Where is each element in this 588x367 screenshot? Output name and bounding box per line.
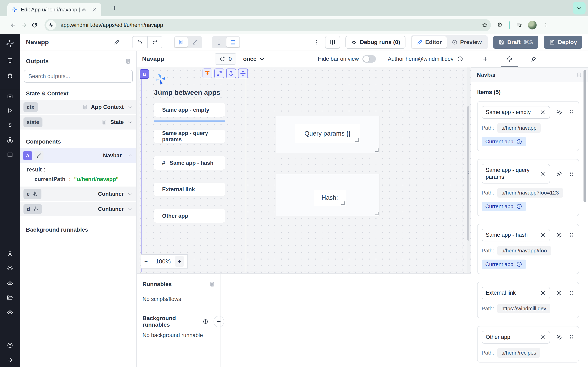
more-menu-kebab-icon[interactable]	[314, 39, 320, 45]
bookmark-star-icon[interactable]	[482, 22, 488, 28]
audit-eye-icon[interactable]	[7, 309, 13, 316]
zoom-in-button[interactable]: +	[175, 256, 184, 267]
new-tab-icon[interactable]	[111, 5, 117, 11]
info-icon[interactable]	[516, 203, 522, 209]
item-name-input[interactable]: Other app	[482, 331, 550, 343]
drag-grip-icon[interactable]	[568, 232, 575, 238]
docs-book-button[interactable]	[325, 36, 340, 49]
item-name-input[interactable]: Same app - query params	[482, 164, 550, 184]
pricing-dollar-icon[interactable]	[7, 122, 13, 128]
undo-button[interactable]	[132, 36, 147, 48]
browser-tab[interactable]: Edit App u/henri/navapp | Win	[7, 3, 101, 16]
drag-grip-icon[interactable]	[568, 109, 575, 115]
component-row-navbar[interactable]: a Navbar	[20, 148, 136, 163]
settings-gear-icon[interactable]	[7, 265, 13, 272]
dock-bottom-icon[interactable]	[203, 68, 212, 78]
forward-icon[interactable]	[21, 22, 27, 28]
styling-brush-tab[interactable]	[530, 51, 536, 67]
debug-runs-button[interactable]: Debug runs (0)	[346, 36, 406, 49]
folders-icon[interactable]	[7, 294, 13, 301]
chrome-chevron-button[interactable]	[573, 2, 586, 15]
full-width-button[interactable]	[189, 37, 201, 47]
schedules-calendar-icon[interactable]	[7, 151, 13, 158]
scrollbar-thumb[interactable]	[584, 70, 586, 202]
item-name-input[interactable]: External link	[482, 287, 550, 299]
windmill-logo-icon[interactable]	[5, 39, 15, 49]
drag-grip-icon[interactable]	[568, 334, 575, 340]
desktop-view-button[interactable]	[226, 37, 240, 47]
add-background-runnable-button[interactable]	[214, 316, 224, 327]
component-row-container[interactable]: d Container	[20, 202, 136, 216]
rename-pencil-icon[interactable]	[114, 39, 120, 45]
drag-grip-icon[interactable]	[568, 171, 575, 177]
item-settings-gear-icon[interactable]	[556, 290, 562, 296]
runnables-doc-icon[interactable]	[209, 281, 215, 287]
editor-tab[interactable]: Editor	[412, 36, 447, 48]
component-settings-tab[interactable]	[506, 51, 512, 67]
url-pill[interactable]: app.windmill.dev/apps/edit/u/henri/navap…	[44, 19, 491, 31]
edit-id-pencil-icon[interactable]	[35, 151, 43, 160]
item-name-input[interactable]: Same app - empty	[482, 106, 550, 119]
site-settings-icon[interactable]	[46, 20, 56, 30]
preview-tab[interactable]: Preview	[447, 36, 487, 48]
navbar-item-card[interactable]: # Other app	[154, 209, 225, 223]
resources-cubes-icon[interactable]	[7, 137, 13, 143]
browser-menu-kebab-icon[interactable]	[543, 22, 549, 28]
insert-component-tab[interactable]	[482, 51, 488, 67]
component-row-container[interactable]: e Container	[20, 187, 136, 201]
item-settings-gear-icon[interactable]	[556, 171, 562, 177]
expand-component-icon[interactable]	[214, 68, 224, 78]
chevron-down-icon[interactable]	[127, 104, 133, 110]
clear-icon[interactable]	[540, 171, 546, 177]
info-icon[interactable]	[203, 318, 208, 325]
navbar-item-card[interactable]: # External link	[154, 183, 225, 196]
info-icon[interactable]	[516, 139, 522, 145]
anchor-icon[interactable]	[226, 68, 236, 78]
hide-bar-toggle[interactable]	[362, 55, 376, 63]
chevron-up-icon[interactable]	[127, 152, 133, 159]
panel-resize-handle[interactable]	[467, 106, 469, 241]
zoom-out-button[interactable]: −	[144, 258, 148, 265]
search-outputs-input[interactable]	[24, 70, 133, 83]
url-text[interactable]: app.windmill.dev/apps/edit/u/henri/navap…	[61, 22, 482, 28]
drag-grip-icon[interactable]	[568, 290, 575, 296]
component-result-tree[interactable]: result: currentPath : "u/henri/navapp"	[20, 163, 136, 187]
media-playlist-icon[interactable]	[516, 22, 522, 28]
navbar-item-card[interactable]: # Same app - empty	[154, 103, 225, 117]
tab-close-icon[interactable]	[91, 7, 97, 13]
clear-icon[interactable]	[540, 334, 546, 340]
component-drag-badge[interactable]: a	[140, 69, 149, 79]
navbar-title-text[interactable]: Jump between apps	[154, 89, 220, 96]
runs-play-icon[interactable]	[7, 107, 13, 114]
deploy-button[interactable]: Deploy	[544, 36, 582, 49]
item-settings-gear-icon[interactable]	[556, 109, 562, 115]
state-context-row[interactable]: ctx App Context	[20, 100, 136, 114]
hash-text[interactable]: Hash:	[314, 190, 346, 206]
reload-icon[interactable]	[31, 22, 38, 28]
path-value-chip[interactable]: u/henri/navapp?foo=123	[497, 188, 563, 198]
workspace-building-icon[interactable]	[7, 58, 13, 64]
expand-rail-arrow-icon[interactable]	[7, 357, 13, 363]
extensions-puzzle-icon[interactable]	[497, 22, 503, 28]
clear-icon[interactable]	[540, 232, 546, 238]
run-mode-select[interactable]: once	[243, 56, 265, 62]
component-doc-icon[interactable]	[576, 72, 582, 78]
chevron-down-icon[interactable]	[127, 119, 133, 125]
app-canvas[interactable]: a Jump between apps # Same app - empty #…	[137, 67, 471, 273]
state-context-row[interactable]: state State	[20, 115, 136, 129]
mobile-view-button[interactable]	[213, 37, 226, 47]
refresh-count-button[interactable]: 0	[215, 53, 236, 65]
navbar-item-card[interactable]: # Same app - hash	[154, 156, 225, 170]
help-icon[interactable]	[7, 342, 13, 349]
chevron-down-icon[interactable]	[127, 191, 133, 197]
navbar-item-card[interactable]: # Same app - query params	[154, 130, 225, 143]
profile-avatar[interactable]	[528, 21, 537, 30]
clear-icon[interactable]	[540, 290, 546, 296]
user-icon[interactable]	[7, 250, 13, 257]
item-settings-gear-icon[interactable]	[556, 232, 562, 238]
panel-doc-icon[interactable]	[125, 58, 131, 64]
info-icon[interactable]	[516, 261, 522, 267]
back-icon[interactable]	[10, 22, 16, 28]
workers-robot-icon[interactable]	[7, 280, 13, 286]
item-name-input[interactable]: Same app - hash	[482, 229, 550, 242]
